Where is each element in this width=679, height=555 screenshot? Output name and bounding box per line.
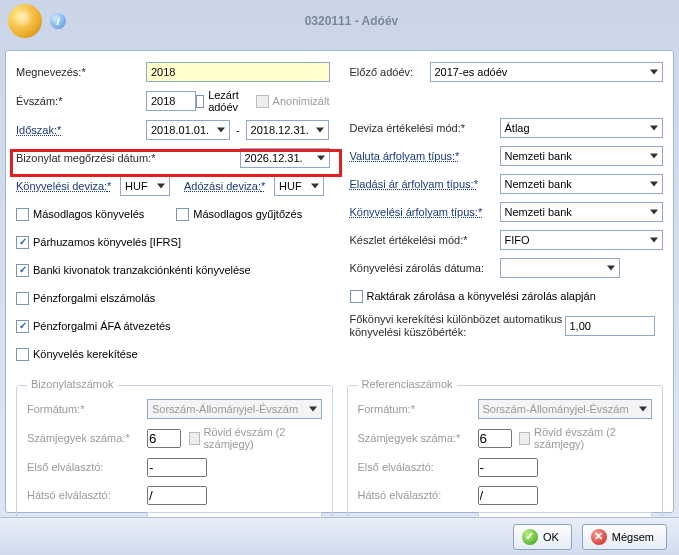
fokonyvi-label: Főkönyvi kerekítési különbözet automatik… (350, 313, 565, 339)
keszlet-label: Készlet értékelési mód: (350, 234, 500, 246)
footer: ✓ OK ✕ Mégsem (0, 517, 679, 555)
ref-formatum-select: Sorszám-Állományjel-Évszám (478, 399, 653, 419)
masodlagos-konyv-checkbox[interactable]: Másodlagos könyvelés (16, 208, 144, 221)
ref-formatum-label: Formátum: (358, 403, 478, 415)
kerekites-checkbox[interactable]: Könyvelés kerekítése (16, 348, 138, 361)
valuta-arfolyam-label[interactable]: Valuta árfolyam típus: (350, 150, 500, 162)
zarolas-date[interactable] (500, 258, 620, 278)
deviza-ert-label: Deviza értékelési mód: (350, 122, 500, 134)
elozo-adoev-select[interactable]: 2017-es adóév (430, 62, 664, 82)
megnevezes-input[interactable] (146, 62, 330, 82)
biz-hatso-input (147, 486, 207, 505)
megorzesi-label: Bizonylat megőrzési dátum: (16, 152, 186, 164)
ref-hatso-label: Hátsó elválasztó: (358, 489, 478, 501)
masodlagos-gyujt-checkbox[interactable]: Másodlagos gyűjtőzés (176, 208, 302, 221)
check-icon: ✓ (522, 529, 538, 545)
ok-button[interactable]: ✓ OK (513, 524, 572, 550)
evszam-input[interactable] (146, 91, 196, 111)
keszlet-select[interactable]: FIFO (500, 230, 664, 250)
info-icon[interactable]: i (50, 13, 66, 29)
ref-elso-input (478, 458, 538, 477)
biz-elso-input (147, 458, 207, 477)
parhuzamos-checkbox[interactable]: Párhuzamos könyvelés [IFRS] (16, 236, 181, 249)
biz-szamjegyek-label: Számjegyek száma: (27, 432, 147, 444)
lezart-adoev-checkbox[interactable]: Lezárt adóév (196, 89, 244, 113)
konyv-deviza-select[interactable]: HUF (120, 176, 170, 196)
eladasi-label[interactable]: Eladási ár árfolyam típus: (350, 178, 500, 190)
penzforgalmi-afa-checkbox[interactable]: Pénzforgalmi ÁFA átvezetés (16, 320, 171, 333)
elozo-adoev-label: Előző adóév: (350, 66, 430, 78)
biz-szamjegyek-input (147, 429, 181, 448)
evszam-label: Évszám: (16, 95, 146, 107)
konyv-deviza-label[interactable]: Könyvelési deviza: (16, 180, 120, 192)
biz-formatum-select: Sorszám-Állományjel-Évszám (147, 399, 322, 419)
zarolas-label: Könyvelési zárolás dátuma: (350, 262, 500, 274)
cancel-button[interactable]: ✕ Mégsem (582, 524, 667, 550)
valuta-arfolyam-select[interactable]: Nemzeti bank (500, 146, 664, 166)
banki-checkbox[interactable]: Banki kivonatok tranzakciónkénti könyvel… (16, 264, 251, 277)
biz-elso-label: Első elválasztó: (27, 461, 147, 473)
megnevezes-label: Megnevezés: (16, 66, 146, 78)
raktarak-checkbox[interactable]: Raktárak zárolása a könyvelési zárolás a… (350, 290, 596, 303)
idoszak-from[interactable]: 2018.01.01. (146, 120, 230, 140)
ref-title: Referenciaszámok (358, 378, 457, 390)
idoszak-to[interactable]: 2018.12.31. (246, 120, 330, 140)
ref-szamjegyek-label: Számjegyek száma: (358, 432, 478, 444)
biz-rovid-checkbox: Rövid évszám (2 számjegy) (189, 426, 310, 450)
deviza-ert-select[interactable]: Átlag (500, 118, 664, 138)
biz-formatum-label: Formátum: (27, 403, 147, 415)
ref-szamjegyek-input (478, 429, 512, 448)
eladasi-select[interactable]: Nemzeti bank (500, 174, 664, 194)
ref-rovid-checkbox: Rövid évszám (2 számjegy) (519, 426, 640, 450)
right-column: Előző adóév: 2017-es adóév Deviza értéke… (350, 61, 664, 371)
close-icon: ✕ (591, 529, 607, 545)
ref-elso-label: Első elválasztó: (358, 461, 478, 473)
adozasi-deviza-label[interactable]: Adózási deviza: (184, 180, 274, 192)
form-panel: Megnevezés: Évszám: Lezárt adóév Anonimi… (5, 50, 674, 513)
megorzesi-date[interactable]: 2026.12.31. (240, 148, 330, 168)
app-logo (8, 4, 42, 38)
ref-hatso-input (478, 486, 538, 505)
bizonylat-title: Bizonylatszámok (27, 378, 118, 390)
idoszak-label[interactable]: Időszak: (16, 124, 146, 136)
penzforgalmi-elsz-checkbox[interactable]: Pénzforgalmi elszámolás (16, 292, 155, 305)
konyv-arfolyam-label[interactable]: Könyvelési árfolyam típus: (350, 206, 500, 218)
biz-hatso-label: Hátsó elválasztó: (27, 489, 147, 501)
left-column: Megnevezés: Évszám: Lezárt adóév Anonimi… (16, 61, 330, 371)
konyv-arfolyam-select[interactable]: Nemzeti bank (500, 202, 664, 222)
fokonyvi-input[interactable] (565, 316, 655, 336)
window-title: 0320111 - Adóév (74, 14, 629, 28)
adozasi-deviza-select[interactable]: HUF (274, 176, 324, 196)
anonimizalt-checkbox: Anonimizált (256, 95, 330, 108)
